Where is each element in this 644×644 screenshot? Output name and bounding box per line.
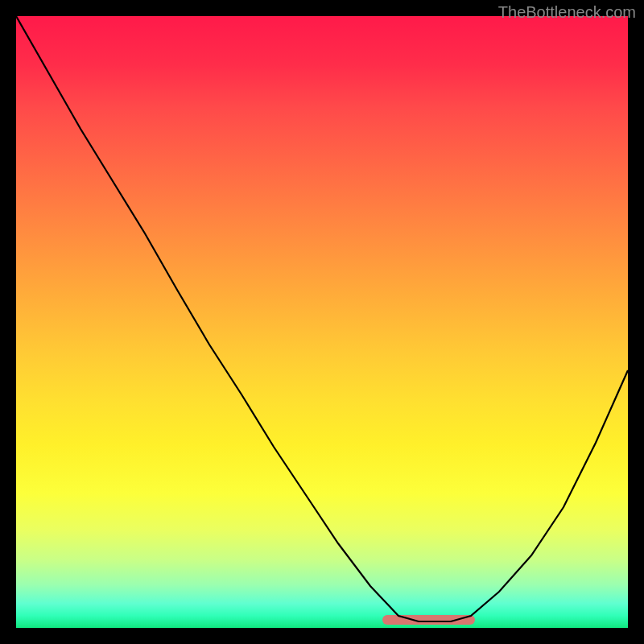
plot-area bbox=[16, 16, 628, 628]
curve-line bbox=[16, 16, 628, 621]
curve-svg bbox=[16, 16, 628, 628]
watermark-text: TheBottleneck.com bbox=[498, 3, 636, 22]
